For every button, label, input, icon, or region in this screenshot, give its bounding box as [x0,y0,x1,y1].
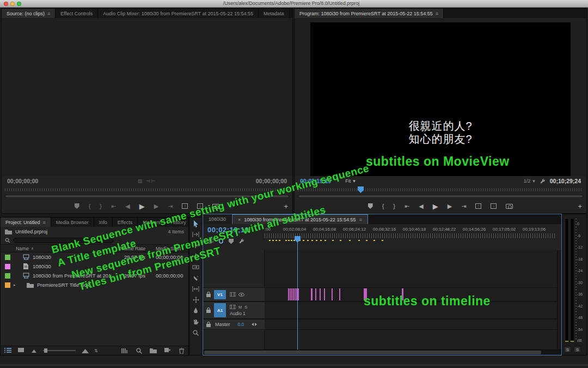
tab-effect-controls[interactable]: Effect Controls [56,9,98,18]
goto-in-icon[interactable]: ⇤ [405,203,409,209]
program-scrub-bar[interactable] [298,186,583,194]
pen-tool-icon[interactable] [192,307,200,315]
tab-program[interactable]: Program: 1080i30 from PremiereSRT at 201… [295,9,444,18]
label-color-chip[interactable] [5,282,10,288]
timeline-ruler[interactable]: ;00;0000;02;08;0400;04;16;0800;06;24;120… [265,224,555,250]
slip-tool-icon[interactable] [192,285,200,293]
program-playhead-handle[interactable] [358,186,364,193]
goto-out-icon[interactable]: ⇥ [168,203,173,209]
mark-in-icon[interactable]: { [382,203,384,209]
step-back-icon[interactable]: ◀ [419,203,423,209]
timeline-vertical-scrollbar[interactable] [557,250,561,349]
tab-source[interactable]: Source: (no clips) ≡ [2,9,56,18]
button-editor-icon[interactable]: + [284,202,288,210]
timeline-horizontal-scrollbar[interactable] [203,349,561,355]
timeline-settings-wrench-icon[interactable] [238,238,244,244]
new-item-icon[interactable] [163,348,171,354]
subtitle-clip[interactable] [288,288,289,300]
tab-audio-clip-mixer[interactable]: Audio Clip Mixer: 1080i30 from PremiereS… [98,9,259,18]
settings-wrench-icon[interactable] [540,178,546,184]
label-color-chip[interactable] [5,264,10,269]
goto-out-icon[interactable]: ⇥ [461,203,466,209]
panel-menu-icon[interactable]: ≡ [359,217,362,222]
close-window-button[interactable] [4,2,8,6]
subtitle-clip[interactable] [291,288,292,300]
thumbnail-zoom-slider[interactable] [43,350,76,351]
sort-order-icon[interactable]: ⇅ [94,348,98,353]
step-forward-icon[interactable]: ▶ [154,203,158,209]
master-track[interactable]: Master 0.0 [203,319,561,330]
subtitle-clip[interactable] [295,288,296,300]
subtitle-clip[interactable] [298,288,299,300]
zoom-out-icon[interactable] [30,348,38,354]
rate-stretch-tool-icon[interactable] [192,263,200,271]
new-bin-icon[interactable] [149,348,157,354]
mark-in-icon[interactable]: { [89,203,91,209]
lift-icon[interactable]: ↑ [475,203,481,209]
label-color-chip[interactable] [5,255,10,260]
track-lock-icon[interactable] [206,292,211,297]
mute-track-button[interactable]: M [238,305,242,310]
panel-menu-icon[interactable]: ≡ [436,11,438,16]
delete-trash-icon[interactable] [177,348,185,354]
source-quality-icons[interactable]: ▤ ⊣⊢ [2,178,292,184]
icon-view-icon[interactable] [17,348,24,354]
solo-left-button[interactable]: S [564,346,571,353]
play-icon[interactable]: ▶ [139,203,145,210]
tab-media-browser[interactable]: Media Browser [51,218,94,227]
slide-tool-icon[interactable] [192,296,200,304]
step-forward-icon[interactable]: ▶ [448,203,452,209]
selection-tool-icon[interactable] [192,220,200,227]
subtitle-clip[interactable] [339,288,340,300]
solo-track-button[interactable]: S [244,305,247,310]
close-tab-icon[interactable]: × [238,217,241,222]
tab-info[interactable]: Info [94,218,113,227]
column-name[interactable]: Name ∧ [16,246,34,251]
source-scrub-bar[interactable] [5,186,289,194]
mark-out-icon[interactable]: } [393,203,395,209]
solo-right-button[interactable]: S [574,346,581,353]
fit-track-icon[interactable] [252,322,257,327]
button-editor-icon[interactable]: + [578,202,582,210]
panel-menu-icon[interactable]: ≡ [43,220,46,225]
play-icon[interactable]: ▶ [433,203,438,210]
subtitle-clip[interactable] [324,288,325,300]
toggle-track-output-eye-icon[interactable] [238,293,244,297]
subtitle-clip[interactable] [293,288,294,300]
tab-metadata[interactable]: Metadata [259,9,290,18]
label-color-chip[interactable] [5,273,10,279]
tab-project[interactable]: Project: Untitled ≡ [1,218,51,227]
subtitle-clip[interactable] [315,288,316,300]
program-zoom-scrollbar[interactable] [298,194,583,199]
panel-menu-icon[interactable]: ≡ [47,11,50,16]
add-marker-icon[interactable] [75,203,79,209]
export-frame-icon[interactable] [506,204,513,209]
master-level-value[interactable]: 0.0 [238,322,244,327]
playback-resolution-select[interactable]: 1/2 ▾ [524,178,535,184]
subtitle-clip[interactable] [320,288,321,300]
add-marker-icon[interactable] [368,203,373,209]
find-icon[interactable] [135,348,143,354]
insert-icon[interactable]: ↑ [182,203,188,209]
track-lock-icon[interactable] [206,307,211,313]
zoom-tool-icon[interactable] [192,329,200,336]
sync-lock-icon[interactable] [230,305,236,309]
minimize-window-button[interactable] [10,2,15,6]
subtitle-clip[interactable] [311,288,313,300]
list-view-icon[interactable] [4,348,11,354]
goto-in-icon[interactable]: ⇤ [111,203,116,209]
razor-tool-icon[interactable] [192,274,200,282]
track-badge-v1[interactable]: V1 [214,290,226,299]
step-back-icon[interactable]: ◀ [125,203,130,209]
subtitle-clip[interactable] [290,288,291,300]
track-badge-a1[interactable]: A1 [214,303,226,317]
track-lock-icon[interactable] [206,322,211,327]
sync-lock-icon[interactable] [230,292,236,297]
expand-caret-icon[interactable]: ▸ [14,283,16,287]
mark-out-icon[interactable]: } [100,203,102,209]
extract-icon[interactable]: ↓ [491,203,497,209]
project-file-name[interactable]: Untitled.prproj [15,228,47,234]
zoom-in-icon[interactable] [81,348,89,354]
hand-tool-icon[interactable] [192,318,200,325]
zoom-window-button[interactable] [17,2,21,6]
